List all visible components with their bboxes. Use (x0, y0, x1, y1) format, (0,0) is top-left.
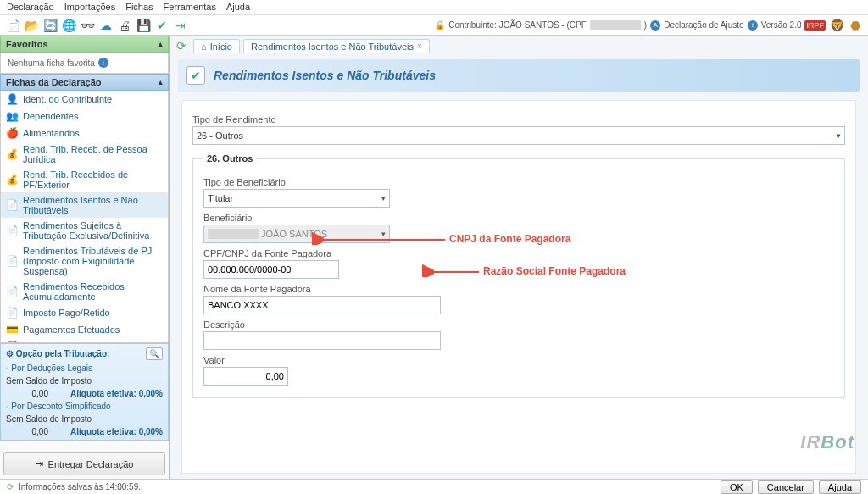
sidebar-item-0[interactable]: 👤Ident. do Contribuinte (1, 91, 168, 108)
sidebar-item-label: Ident. do Contribuinte (23, 94, 112, 104)
ok-button[interactable]: OK (721, 480, 753, 494)
outros-fieldset: 26. Outros Tipo de Beneficiário Titular … (192, 153, 845, 398)
descricao-input[interactable] (203, 331, 441, 350)
collapse-icon[interactable]: ▴ (159, 40, 163, 48)
print-icon[interactable]: 🖨 (117, 18, 132, 33)
ficha-icon: 🍎 (6, 127, 18, 139)
menu-item-declaracao[interactable]: Declaração (7, 2, 54, 13)
entrance-icon: ⇥ (36, 458, 43, 469)
tab-rendimentos-isentos[interactable]: Rendimentos Isentos e Não Tributáveis × (243, 39, 430, 53)
page-title: Rendimentos Isentos e Não Tributáveis (214, 69, 436, 82)
ficha-icon: 💰 (6, 148, 18, 160)
page-header: ✔ Rendimentos Isentos e Não Tributáveis (178, 59, 860, 92)
check-icon[interactable]: ✔ (154, 18, 170, 33)
favoritos-body: Nenhuma ficha favorita i (0, 53, 169, 74)
ficha-icon: 👤 (6, 93, 18, 105)
sidebar-item-7[interactable]: 📄Rendimentos Tributáveis de PJ (Imposto … (1, 243, 168, 279)
fieldset-legend: 26. Outros (203, 153, 256, 164)
chevron-down-icon: ▾ (837, 131, 841, 140)
tipo-declaracao-label: A Declaração de Ajuste (650, 20, 744, 31)
deducoes-legais-option[interactable]: Por Deduções Legais (11, 364, 92, 373)
aliquota-deducoes: Alíquota efetiva: 0,00% (70, 389, 163, 398)
sidebar-item-9[interactable]: 📄Imposto Pago/Retido (1, 304, 168, 321)
ficha-icon: 📄 (6, 199, 18, 211)
beneficiario-label: Beneficiário (203, 213, 834, 223)
glasses-icon[interactable]: 👓 (80, 18, 95, 33)
open-icon[interactable]: 📂 (24, 18, 39, 33)
sem-saldo-label-2: Sem Saldo de Imposto (6, 414, 163, 424)
cpf-cnpj-input[interactable] (203, 260, 339, 279)
menu-item-ferramentas[interactable]: Ferramentas (164, 2, 216, 13)
receita-icon[interactable]: 🦁 (829, 18, 844, 33)
tipo-beneficiario-select[interactable]: Titular ▾ (203, 189, 390, 208)
tipo-rendimento-label: Tipo de Rendimento (192, 114, 845, 125)
main-toolbar: 📄 📂 🔄 🌐 👓 ☁ 🖨 💾 ✔ ⇥ 🔒 Contribuinte: JOÃO… (0, 15, 868, 36)
sidebar-item-4[interactable]: 💰Rend. Trib. Recebidos de PF/Exterior (1, 167, 168, 192)
sidebar-item-8[interactable]: 📄Rendimentos Recebidos Acumuladamente (1, 279, 168, 304)
menu-bar: Declaração Importações Fichas Ferramenta… (0, 0, 868, 15)
ficha-icon: 📄 (6, 307, 18, 319)
entrance-icon[interactable]: ⇥ (173, 18, 188, 33)
valor-label: Valor (203, 355, 834, 365)
sidebar-item-3[interactable]: 💰Rend. Trib. Receb. de Pessoa Jurídica (1, 142, 168, 167)
content-area: ⟳ ⌂ Início Rendimentos Isentos e Não Tri… (170, 36, 868, 479)
nome-fonte-label: Nome da Fonte Pagadora (203, 284, 834, 294)
menu-item-importacoes[interactable]: Importações (64, 2, 116, 13)
ficha-icon: 💳 (6, 324, 18, 336)
simplificado-option[interactable]: Por Desconto Simplificado (11, 402, 110, 411)
ficha-icon: 💰 (6, 174, 18, 186)
sidebar-item-5[interactable]: 📄Rendimentos Isentos e Não Tributáveis (1, 192, 168, 218)
versao-icon: ↕ (748, 20, 758, 31)
ajuda-button[interactable]: Ajuda (819, 480, 861, 494)
tipo-beneficiario-label: Tipo de Beneficiário (203, 177, 834, 187)
cloud-icon[interactable]: ☁ (98, 18, 114, 33)
deducoes-value: 0,00 (6, 389, 48, 398)
tab-inicio[interactable]: ⌂ Início (193, 39, 240, 53)
world-icon[interactable]: 🌐 (61, 18, 76, 33)
versao-label: ↕ Versão 2.0 (748, 20, 802, 31)
ficha-icon: 📄 (6, 255, 18, 267)
fichas-header[interactable]: Fichas da Declaração ▴ (0, 74, 169, 91)
fichas-tree[interactable]: 👤Ident. do Contribuinte👥Dependentes🍎Alim… (0, 91, 169, 343)
valor-input[interactable] (203, 367, 288, 386)
new-icon[interactable]: 📄 (5, 18, 20, 33)
sidebar-item-10[interactable]: 💳Pagamentos Efetuados (1, 321, 168, 338)
tipo-rendimento-select[interactable]: 26 - Outros ▾ (192, 126, 845, 145)
cancelar-button[interactable]: Cancelar (758, 480, 814, 494)
sidebar-item-label: Alimentandos (23, 128, 80, 138)
nome-fonte-input[interactable] (203, 296, 441, 314)
shield-icon[interactable]: ⬣ (848, 18, 863, 33)
sidebar-item-label: Rend. Trib. Receb. de Pessoa Jurídica (23, 144, 163, 164)
close-icon[interactable]: × (417, 42, 422, 51)
ficha-icon: 📄 (6, 286, 18, 297)
sidebar-item-label: Imposto Pago/Retido (23, 308, 110, 318)
search-icon[interactable]: 🔍 (146, 347, 163, 360)
menu-item-ajuda[interactable]: Ajuda (226, 2, 250, 13)
irbot-watermark: IRBot (800, 431, 854, 453)
refresh-content-icon[interactable]: ⟳ (176, 39, 186, 53)
sidebar-item-label: Rendimentos Recebidos Acumuladamente (23, 281, 163, 302)
sidebar-item-label: Rend. Trib. Recebidos de PF/Exterior (23, 169, 163, 190)
refresh-icon[interactable]: 🔄 (42, 18, 58, 33)
cpf-cnpj-label: CPF/CNPJ da Fonte Pagadora (203, 248, 834, 258)
favoritos-header[interactable]: Favoritos ▴ (0, 36, 169, 53)
opcao-tributacao-panel: ⚙ Opção pela Tributação: 🔍 ◦ Por Deduçõe… (0, 343, 169, 441)
sem-saldo-label: Sem Saldo de Imposto (6, 376, 163, 386)
status-bar: ⟳ Informações salvas às 14:00:59. OK Can… (0, 479, 868, 494)
save-icon[interactable]: 💾 (136, 18, 151, 33)
sidebar-item-1[interactable]: 👥Dependentes (1, 108, 168, 125)
status-text: Informações salvas às 14:00:59. (19, 482, 141, 491)
home-icon: ⌂ (201, 42, 207, 52)
collapse-icon[interactable]: ▴ (159, 78, 163, 86)
contribuinte-label: 🔒 Contribuinte: JOÃO SANTOS - (CPFxxxxxx… (435, 20, 647, 30)
form-area: Tipo de Rendimento 26 - Outros ▾ 26. Out… (181, 100, 856, 474)
info-icon[interactable]: i (98, 58, 108, 68)
entregar-button[interactable]: ⇥ Entregar Declaração (3, 452, 165, 475)
ficha-icon: 📄 (6, 225, 18, 236)
sidebar-item-label: Rendimentos Sujeitos à Tributação Exclus… (23, 220, 163, 241)
chevron-down-icon: ▾ (381, 230, 386, 238)
sidebar-item-2[interactable]: 🍎Alimentandos (1, 125, 168, 142)
descricao-label: Descrição (203, 319, 834, 330)
menu-item-fichas[interactable]: Fichas (125, 2, 153, 13)
sidebar-item-6[interactable]: 📄Rendimentos Sujeitos à Tributação Exclu… (1, 218, 168, 243)
